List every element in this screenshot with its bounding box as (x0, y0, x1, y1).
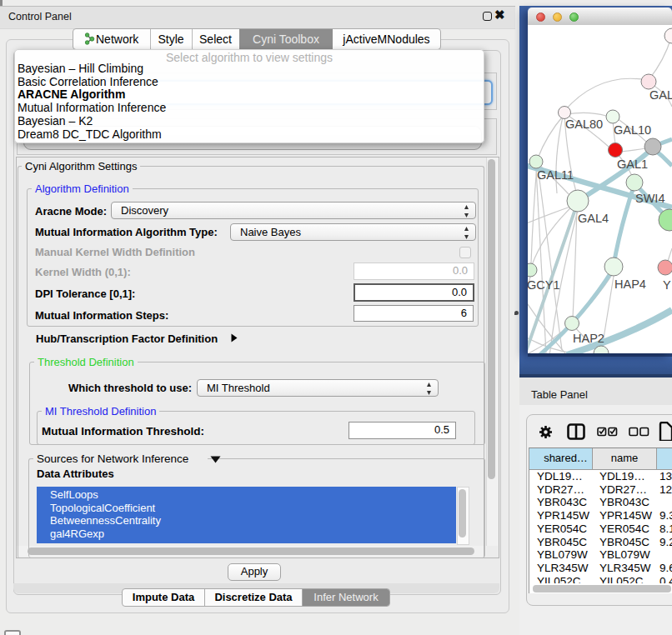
svg-text:SWI4: SWI4 (635, 192, 664, 205)
svg-text:GAL4: GAL4 (578, 212, 609, 225)
svg-text:Y: Y (663, 278, 671, 292)
svg-text:GAL1: GAL1 (617, 158, 648, 171)
svg-text:HAP2: HAP2 (573, 332, 604, 345)
svg-text:GAL11: GAL11 (537, 168, 574, 182)
svg-text:GCY1: GCY1 (528, 278, 560, 292)
svg-text:GAL10: GAL10 (614, 123, 651, 137)
svg-text:GAL7: GAL7 (649, 88, 672, 102)
svg-text:GAL80: GAL80 (565, 118, 603, 131)
svg-text:HAP4: HAP4 (614, 278, 646, 291)
